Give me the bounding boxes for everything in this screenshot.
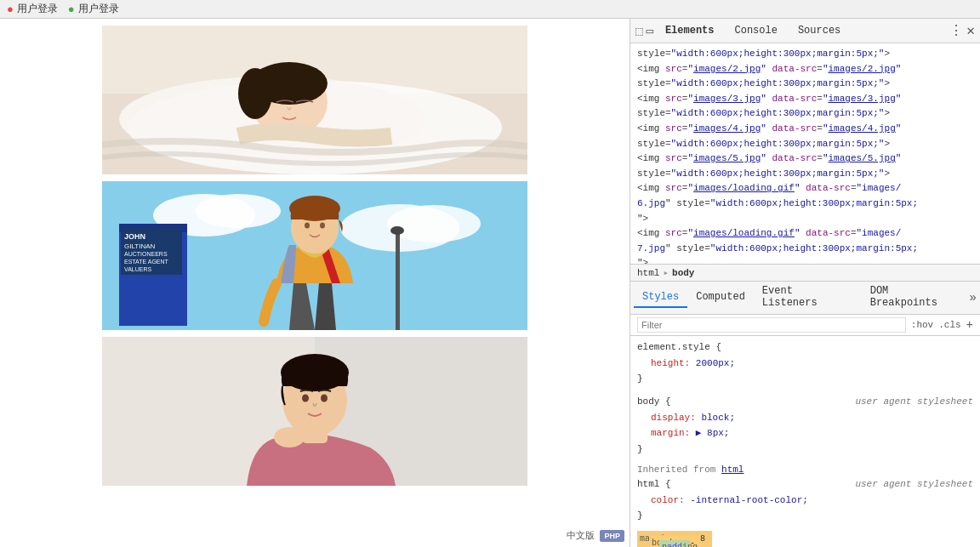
more-style-tabs-icon[interactable]: » [970, 291, 977, 305]
html-line-14: 7.jpg" style="width:600px;height:300px;m… [637, 242, 973, 257]
svg-point-34 [274, 427, 305, 447]
inherited-from-label: Inherited from html [637, 464, 973, 475]
tab-dom-breakpoints[interactable]: DOM Breakpoints [862, 282, 970, 314]
devtools-breadcrumb: html ▸ body [630, 265, 980, 282]
html-color-prop: color: -internal-root-color; [637, 493, 973, 509]
svg-rect-20 [396, 232, 400, 330]
body-display-prop: display: block; [637, 410, 973, 426]
html-line-6: <img src="images/4.jpg" data-src="images… [637, 122, 973, 137]
photo-1 [102, 26, 527, 174]
html-line-12: "> [637, 212, 973, 227]
svg-text:VALUERS: VALUERS [124, 266, 151, 272]
login-link-2[interactable]: ● 用户登录 [68, 2, 119, 16]
html-line-8: <img src="images/5.jpg" data-src="images… [637, 151, 973, 167]
svg-text:AUCTIONEERS: AUCTIONEERS [124, 251, 168, 257]
html-rule: html { user agent stylesheet color: -int… [637, 476, 973, 524]
filter-hov-button[interactable]: :hov [911, 320, 933, 330]
webpage-area: JOHN GILTINAN AUCTIONEERS ESTATE AGENT V… [0, 19, 630, 547]
element-style-rule: element.style { height: 2000px; } [637, 339, 973, 387]
user-circle-2-icon: ● [68, 3, 75, 15]
html-rule-close: } [637, 508, 973, 524]
html-line-11: 6.jpg" style="width:600px;height:300px;m… [637, 197, 973, 212]
photo2-svg: JOHN GILTINAN AUCTIONEERS ESTATE AGENT V… [102, 181, 527, 330]
php-icon[interactable]: PHP [600, 530, 624, 542]
html-line-3: style="width:600px;height:300px;margin:5… [637, 77, 973, 92]
html-line-5: style="width:600px;height:300px;margin:5… [637, 106, 973, 122]
console-tab[interactable]: Console [726, 22, 785, 39]
html-line-4: <img src="images/3.jpg" data-src="images… [637, 92, 973, 107]
top-bar: ● 用户登录 ● 用户登录 [0, 0, 980, 19]
box-model-section: margin 8 border - padding - [637, 531, 973, 547]
body-rule-header: body { user agent stylesheet [637, 394, 973, 410]
tab-computed[interactable]: Computed [687, 288, 754, 308]
devtools-style-tabs: Styles Computed Event Listeners DOM Brea… [630, 282, 980, 315]
breadcrumb-separator: ▸ [663, 267, 669, 278]
html-line-7: style="width:600px;height:300px;margin:5… [637, 137, 973, 152]
devtools-filter-bar: :hov .cls + [630, 315, 980, 336]
login-label-2: 用户登录 [78, 2, 119, 16]
elements-tab[interactable]: Elements [657, 22, 723, 39]
breadcrumb-html[interactable]: html [637, 268, 659, 278]
photo3-svg [102, 337, 527, 486]
photo-3 [102, 337, 527, 486]
devtools-device-icon[interactable]: ▭ [646, 24, 652, 38]
devtools-panel: ⬚ ▭ Elements Console Sources ⋮ ✕ style="… [630, 19, 980, 547]
html-line-9: style="width:600px;height:300px;margin:5… [637, 167, 973, 182]
tab-styles[interactable]: Styles [634, 288, 687, 308]
svg-text:ESTATE AGENT: ESTATE AGENT [124, 259, 169, 265]
filter-input[interactable] [637, 317, 906, 333]
filter-cls-button[interactable]: .cls [938, 320, 960, 330]
filter-add-rule-button[interactable]: + [966, 318, 973, 332]
devtools-styles-content[interactable]: element.style { height: 2000px; } body {… [630, 336, 980, 547]
body-rule: body { user agent stylesheet display: bl… [637, 394, 973, 458]
svg-point-21 [390, 226, 404, 235]
svg-point-33 [321, 395, 328, 402]
devtools-html-area[interactable]: style="width:600px;height:300px;margin:5… [630, 43, 980, 265]
photo1-svg [102, 26, 527, 174]
svg-point-9 [196, 194, 281, 228]
html-line-13: <img src="images/loading.gif" data-src="… [637, 226, 973, 242]
svg-point-11 [387, 205, 481, 242]
body-margin-prop: margin: ▶ 8px; [637, 425, 973, 442]
login-link-1[interactable]: ● 用户登录 [7, 2, 58, 16]
more-options-icon[interactable]: ⋮ [949, 22, 963, 39]
body-rule-close: } [637, 442, 973, 458]
user-circle-icon: ● [7, 3, 14, 15]
sources-tab[interactable]: Sources [789, 22, 849, 39]
svg-text:JOHN: JOHN [124, 232, 145, 241]
login-label-1: 用户登录 [17, 2, 58, 16]
photo-2: JOHN GILTINAN AUCTIONEERS ESTATE AGENT V… [102, 181, 527, 330]
svg-point-25 [320, 223, 325, 229]
html-line-10: <img src="images/loading.gif" data-src="… [637, 181, 973, 197]
element-style-close: } [637, 371, 973, 387]
close-devtools-icon[interactable]: ✕ [966, 22, 975, 39]
margin-value: 8 [700, 533, 705, 545]
element-style-prop-height: height: 2000px; [637, 356, 973, 372]
chinese-text[interactable]: 中文版 [567, 529, 595, 542]
svg-point-6 [238, 68, 272, 119]
breadcrumb-body[interactable]: body [672, 268, 694, 278]
svg-point-32 [302, 395, 309, 402]
main-container: JOHN GILTINAN AUCTIONEERS ESTATE AGENT V… [0, 19, 980, 547]
devtools-inspect-icon[interactable]: ⬚ [635, 24, 642, 38]
element-style-selector: element.style { [637, 339, 973, 356]
padding-value: - [680, 541, 685, 547]
html-line-15: "> [637, 256, 973, 265]
html-line-1: style="width:600px;height:300px;margin:5… [637, 47, 973, 62]
bottom-right-area: 中文版 PHP [567, 529, 624, 542]
tab-event-listeners[interactable]: Event Listeners [754, 282, 862, 314]
devtools-toolbar: ⬚ ▭ Elements Console Sources ⋮ ✕ [630, 19, 980, 43]
html-rule-header: html { user agent stylesheet [637, 476, 973, 493]
svg-text:GILTINAN: GILTINAN [124, 242, 156, 250]
html-line-2: <img src="images/2.jpg" data-src="images… [637, 62, 973, 77]
inherited-html-link[interactable]: html [721, 464, 744, 475]
svg-point-24 [305, 223, 310, 229]
